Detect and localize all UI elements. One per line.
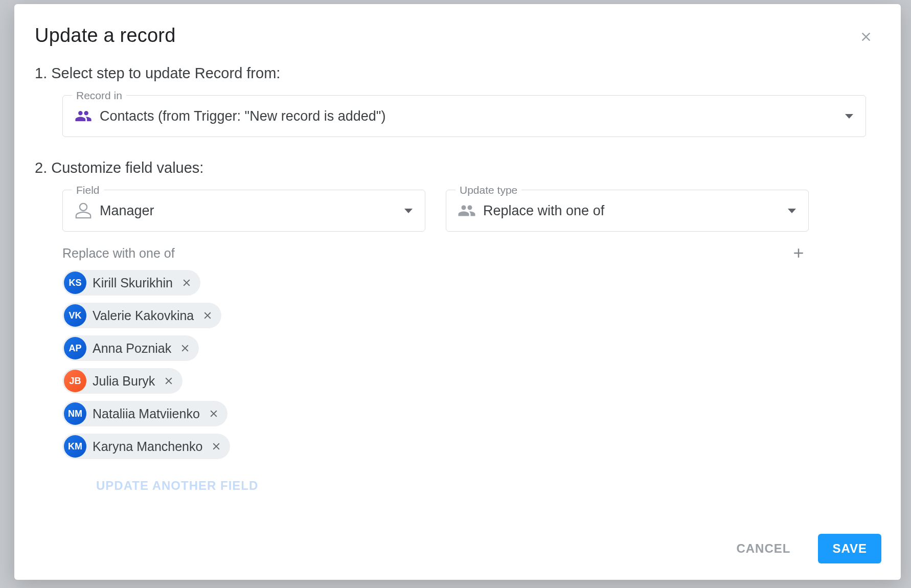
update-type-select[interactable]: Update type Replace with one of — [446, 190, 809, 232]
plus-icon — [791, 245, 806, 261]
chip-remove-button[interactable] — [207, 407, 220, 420]
person-icon — [74, 201, 93, 220]
chip-label: Valerie Kakovkina — [93, 308, 194, 323]
field-value: Manager — [100, 203, 403, 219]
update-type-label: Update type — [455, 184, 521, 196]
close-icon — [202, 310, 213, 321]
close-icon — [163, 375, 174, 387]
record-in-label: Record in — [72, 89, 126, 102]
avatar: AP — [64, 337, 86, 359]
person-chip[interactable]: APAnna Pozniak — [62, 335, 199, 361]
values-section: Replace with one of KSKirill SkurikhinVK… — [62, 246, 870, 493]
field-label: Field — [72, 184, 104, 196]
chip-remove-button[interactable] — [210, 440, 223, 453]
update-another-field-button[interactable]: UPDATE ANOTHER FIELD — [96, 479, 870, 493]
close-icon — [208, 408, 219, 419]
chip-label: Kirill Skurikhin — [93, 276, 173, 290]
chevron-down-icon — [787, 206, 797, 216]
avatar: NM — [64, 402, 86, 425]
chip-remove-button[interactable] — [162, 374, 175, 388]
update-record-modal: Update a record 1. Select step to update… — [14, 4, 901, 580]
update-type-value: Replace with one of — [483, 203, 787, 219]
step1-heading: 1. Select step to update Record from: — [35, 65, 870, 82]
chip-remove-button[interactable] — [201, 309, 214, 322]
field-select[interactable]: Field Manager — [62, 190, 425, 232]
avatar: VK — [64, 304, 86, 327]
values-label: Replace with one of — [62, 246, 870, 261]
contacts-icon — [74, 107, 93, 125]
person-chip[interactable]: KSKirill Skurikhin — [62, 270, 200, 296]
modal-backdrop: Update a record 1. Select step to update… — [0, 0, 911, 588]
chevron-down-icon — [844, 111, 854, 121]
cancel-button[interactable]: CANCEL — [722, 534, 805, 563]
close-icon — [859, 30, 873, 44]
group-icon — [458, 201, 476, 220]
avatar: KM — [64, 435, 86, 458]
modal-body: Update a record 1. Select step to update… — [14, 4, 901, 522]
field-row: Field Manager Update type Replace with o… — [62, 190, 809, 232]
person-chip[interactable]: KMKaryna Manchenko — [62, 434, 230, 459]
modal-title: Update a record — [35, 25, 870, 47]
person-chip[interactable]: NMNataliia Matviienko — [62, 401, 227, 426]
chip-remove-button[interactable] — [180, 276, 193, 289]
modal-footer: CANCEL SAVE — [14, 522, 901, 580]
close-icon — [181, 277, 192, 288]
people-chips: KSKirill SkurikhinVKValerie KakovkinaAPA… — [62, 270, 870, 459]
avatar: JB — [64, 370, 86, 392]
step2-heading: 2. Customize field values: — [35, 160, 870, 176]
chip-label: Nataliia Matviienko — [93, 406, 200, 421]
close-button[interactable] — [856, 27, 876, 47]
chip-label: Anna Pozniak — [93, 341, 171, 356]
person-chip[interactable]: VKValerie Kakovkina — [62, 303, 221, 328]
record-in-value: Contacts (from Trigger: "New record is a… — [100, 108, 844, 124]
person-chip[interactable]: JBJulia Buryk — [62, 368, 183, 394]
save-button[interactable]: SAVE — [818, 534, 881, 563]
chip-label: Karyna Manchenko — [93, 439, 202, 454]
add-value-button[interactable] — [789, 244, 808, 262]
close-icon — [211, 441, 222, 452]
chip-remove-button[interactable] — [178, 342, 192, 355]
record-in-select[interactable]: Record in Contacts (from Trigger: "New r… — [62, 95, 866, 137]
close-icon — [179, 343, 191, 354]
chevron-down-icon — [403, 206, 414, 216]
chip-label: Julia Buryk — [93, 374, 155, 389]
avatar: KS — [64, 272, 86, 294]
